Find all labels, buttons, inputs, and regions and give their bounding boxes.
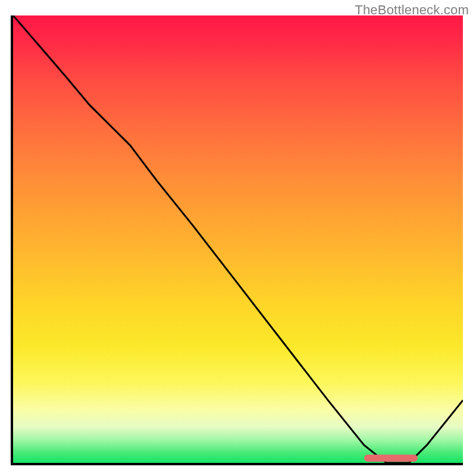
optimal-range-marker	[364, 455, 418, 462]
x-axis	[11, 463, 463, 465]
bottleneck-curve	[13, 15, 463, 463]
